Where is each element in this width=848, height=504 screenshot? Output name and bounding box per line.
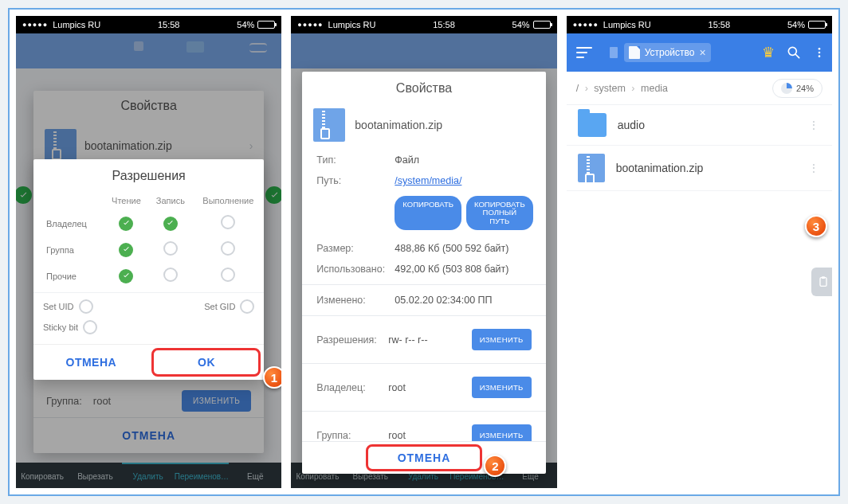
col-read: Чтение <box>104 191 149 210</box>
setuid-checkbox[interactable] <box>79 299 93 314</box>
other-exec-checkbox[interactable] <box>221 268 235 282</box>
type-label: Тип: <box>316 154 395 166</box>
folder-icon <box>578 113 607 137</box>
usage-value: 24% <box>796 84 814 93</box>
group-write-checkbox[interactable] <box>163 241 178 256</box>
phone-3: ●●●●●Lumpics RU 15:58 54% Устройство × ♛ <box>567 16 832 488</box>
chevron-right-icon: › <box>582 83 591 94</box>
carrier-label: Lumpics RU <box>603 20 651 29</box>
permissions-cancel-button[interactable]: ОТМЕНА <box>33 345 149 380</box>
permissions-dialog: Разрешения Чтение Запись Выполнение Влад… <box>33 159 264 380</box>
setuid-label: Set UID <box>43 302 74 311</box>
list-item[interactable]: audio ⋮ <box>567 105 832 146</box>
perm-change-button[interactable]: ИЗМЕНИТЬ <box>472 329 532 350</box>
status-time: 15:58 <box>433 20 455 29</box>
owner-read-checkbox[interactable] <box>119 217 133 231</box>
modified-label: Изменено: <box>316 295 395 306</box>
owner-change-button[interactable]: ИЗМЕНИТЬ <box>472 377 532 398</box>
status-bar: ●●●●●Lumpics RU 15:58 54% <box>291 16 556 33</box>
signal-dots-icon: ●●●●● <box>22 21 48 29</box>
other-write-checkbox[interactable] <box>163 268 178 282</box>
permissions-title: Разрешения <box>33 159 264 191</box>
storage-icon <box>629 46 640 59</box>
row-group: Группа <box>33 236 104 263</box>
crumb-root[interactable]: / <box>576 83 579 94</box>
owner-write-checkbox[interactable] <box>163 217 178 231</box>
path-label: Путь: <box>316 175 395 186</box>
carrier-label: Lumpics RU <box>328 20 376 29</box>
crown-icon[interactable]: ♛ <box>762 44 775 61</box>
col-exec: Выполнение <box>192 191 264 210</box>
item-label: audio <box>618 119 645 131</box>
signal-dots-icon: ●●●●● <box>573 21 599 29</box>
sticky-checkbox[interactable] <box>83 320 97 334</box>
kebab-icon[interactable] <box>813 45 826 61</box>
sd-icon[interactable] <box>610 47 618 58</box>
step-badge-1: 1 <box>263 366 281 389</box>
status-bar: ●●●●●Lumpics RU 15:58 54% <box>16 16 281 33</box>
location-label: Устройство <box>645 47 695 58</box>
properties-dialog: Свойства bootanimation.zip Тип:Файл Путь… <box>302 72 545 474</box>
used-value: 492,00 Кб (503 808 байт) <box>395 264 531 275</box>
setgid-label: Set GID <box>204 302 235 311</box>
signal-dots-icon: ●●●●● <box>297 21 323 29</box>
item-label: bootanimation.zip <box>616 162 704 174</box>
sticky-label: Sticky bit <box>43 322 78 332</box>
svg-point-0 <box>788 47 796 55</box>
battery-label: 54% <box>787 20 805 29</box>
col-write: Запись <box>148 191 192 210</box>
modified-value: 05.02.20 02:34:00 ПП <box>395 295 531 306</box>
crumb-media[interactable]: media <box>641 83 668 94</box>
perm-label: Разрешения: <box>316 334 388 346</box>
row-owner: Владелец <box>33 210 104 236</box>
other-read-checkbox[interactable] <box>119 269 133 283</box>
phone-2: ●●●●●Lumpics RU 15:58 54% Копировать Выр… <box>291 16 556 488</box>
clipboard-fab[interactable] <box>811 268 832 296</box>
properties-title: Свойства <box>302 72 545 105</box>
group-exec-checkbox[interactable] <box>221 241 235 256</box>
chevron-right-icon: › <box>628 83 638 94</box>
close-icon[interactable]: × <box>699 46 705 59</box>
carrier-label: Lumpics RU <box>53 20 100 29</box>
row-other: Прочие <box>33 263 104 289</box>
cancel-label: ОТМЕНА <box>398 451 451 464</box>
permissions-ok-button[interactable]: OK <box>149 345 265 380</box>
breadcrumb: / › system › media 24% <box>567 72 832 105</box>
step-badge-3: 3 <box>805 215 827 237</box>
menu-icon[interactable] <box>576 47 592 58</box>
search-icon[interactable] <box>781 45 807 61</box>
battery-icon <box>533 21 551 29</box>
owner-exec-checkbox[interactable] <box>221 215 235 229</box>
pie-icon <box>781 83 792 94</box>
location-chip[interactable]: Устройство × <box>624 43 711 62</box>
item-menu-icon[interactable]: ⋮ <box>808 162 821 174</box>
storage-usage-pill[interactable]: 24% <box>772 79 822 98</box>
svg-rect-6 <box>822 276 825 279</box>
group-label: Группа: <box>316 430 388 441</box>
size-label: Размер: <box>316 243 395 254</box>
item-menu-icon[interactable]: ⋮ <box>808 119 821 131</box>
group-read-checkbox[interactable] <box>119 243 133 257</box>
properties-cancel-button[interactable]: ОТМЕНА <box>302 441 545 474</box>
svg-point-3 <box>819 52 821 54</box>
status-time: 15:58 <box>158 20 180 29</box>
owner-label: Владелец: <box>316 382 388 393</box>
copy-fullpath-button[interactable]: КОПИРОВАТЬ ПОЛНЫЙ ПУТЬ <box>466 196 533 230</box>
battery-label: 54% <box>512 20 530 29</box>
group-change-button[interactable]: ИЗМЕНИТЬ <box>472 424 532 441</box>
svg-point-2 <box>819 48 821 50</box>
list-item[interactable]: bootanimation.zip ⋮ <box>567 146 832 191</box>
app-header: Устройство × ♛ <box>567 33 832 72</box>
group-value: root <box>388 430 471 441</box>
path-link[interactable]: /system/media/ <box>395 175 531 186</box>
size-value: 488,86 Кб (500 592 байт) <box>395 243 531 254</box>
setgid-checkbox[interactable] <box>240 299 254 314</box>
crumb-system[interactable]: system <box>594 83 626 94</box>
zip-icon <box>578 154 605 182</box>
owner-value: root <box>388 382 471 393</box>
perm-value: rw- r-- r-- <box>388 334 471 346</box>
copy-path-button[interactable]: КОПИРОВАТЬ <box>395 196 461 230</box>
phone-1: ●●●●●Lumpics RU 15:58 54% Свойства boota… <box>16 16 281 488</box>
type-value: Файл <box>395 154 531 166</box>
battery-icon <box>257 21 275 29</box>
